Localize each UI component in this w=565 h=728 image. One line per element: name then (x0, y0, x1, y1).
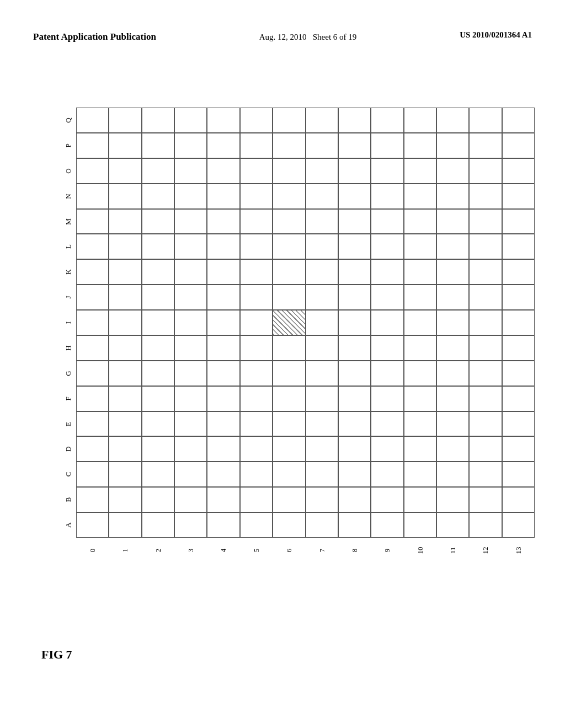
grid-cell-E-7 (306, 411, 338, 437)
grid-cell-A-5 (240, 512, 273, 538)
x-label-4: 4 (219, 534, 228, 566)
grid-cell-G-2 (142, 361, 174, 386)
grid-cell-B-9 (371, 487, 403, 512)
y-label-B: B (64, 497, 73, 502)
grid-cell-Q-7 (306, 108, 338, 133)
grid-cell-Q-10 (404, 108, 436, 133)
grid-cell-E-10 (404, 411, 436, 437)
grid-cell-B-6 (273, 487, 305, 512)
grid-cell-B-11 (436, 487, 469, 512)
grid-cell-O-8 (338, 158, 371, 184)
grid-cell-E-3 (174, 411, 207, 437)
grid-cell-L-13 (502, 234, 535, 259)
grid-cell-B-3 (174, 487, 207, 512)
grid-cell-I-13 (502, 310, 535, 335)
grid-cell-H-0 (76, 335, 109, 361)
header: Patent Application Publication Aug. 12, … (0, 30, 565, 44)
grid-cell-E-12 (469, 411, 502, 437)
grid-cell-L-12 (469, 234, 502, 259)
grid-cell-D-7 (306, 436, 338, 462)
grid-cell-O-11 (436, 158, 469, 184)
grid-cell-L-1 (109, 234, 141, 259)
y-label-O: O (64, 168, 73, 173)
grid-cell-M-11 (436, 209, 469, 234)
y-label-F: F (64, 397, 73, 400)
grid-cell-H-4 (207, 335, 239, 361)
grid-cell-L-0 (76, 234, 109, 259)
grid-cell-Q-11 (436, 108, 469, 133)
grid-cell-D-8 (338, 436, 371, 462)
y-label-D: D (64, 447, 73, 452)
grid-cell-A-11 (436, 512, 469, 538)
grid-cell-P-13 (502, 133, 535, 158)
grid-cell-G-5 (240, 361, 273, 386)
grid-cell-D-12 (469, 436, 502, 462)
grid-cell-C-10 (404, 462, 436, 487)
page: Patent Application Publication Aug. 12, … (0, 0, 565, 728)
grid-cell-E-11 (436, 411, 469, 437)
grid-cell-L-5 (240, 234, 273, 259)
grid-cell-O-12 (469, 158, 502, 184)
grid-cell-H-9 (371, 335, 403, 361)
grid-cell-A-4 (207, 512, 239, 538)
grid-cell-G-1 (109, 361, 141, 386)
grid-cell-Q-6 (273, 108, 305, 133)
grid-cell-D-5 (240, 436, 273, 462)
grid-cell-M-4 (207, 209, 239, 234)
grid-cell-K-13 (502, 259, 535, 285)
grid-cell-F-13 (502, 386, 535, 411)
grid-cell-B-4 (207, 487, 239, 512)
grid-cell-C-12 (469, 462, 502, 487)
grid-cell-K-7 (306, 259, 338, 285)
grid-cell-O-2 (142, 158, 174, 184)
grid-cell-I-0 (76, 310, 109, 335)
grid-cell-P-5 (240, 133, 273, 158)
y-label-G: G (64, 371, 73, 376)
grid-cell-P-2 (142, 133, 174, 158)
grid-cell-E-1 (109, 411, 141, 437)
grid-cell-M-1 (109, 209, 141, 234)
grid-cell-C-6 (273, 462, 305, 487)
grid-cell-K-6 (273, 259, 305, 285)
grid-cell-M-12 (469, 209, 502, 234)
y-label-A: A (64, 522, 73, 527)
x-label-11: 11 (449, 534, 457, 566)
grid-cell-F-8 (338, 386, 371, 411)
grid-cell-J-4 (207, 285, 239, 310)
grid-cell-K-4 (207, 259, 239, 285)
grid-cell-G-8 (338, 361, 371, 386)
grid-cell-I-12 (469, 310, 502, 335)
grid-cell-G-0 (76, 361, 109, 386)
grid-cell-I-7 (306, 310, 338, 335)
grid-cell-Q-4 (207, 108, 239, 133)
grid-cell-A-7 (306, 512, 338, 538)
grid-cell-N-9 (371, 184, 403, 209)
grid-cell-E-0 (76, 411, 109, 437)
grid-cell-J-12 (469, 285, 502, 310)
grid-cell-F-10 (404, 386, 436, 411)
grid-cell-C-11 (436, 462, 469, 487)
grid-cell-O-1 (109, 158, 141, 184)
grid-cell-A-8 (338, 512, 371, 538)
grid-cell-L-3 (174, 234, 207, 259)
header-date-sheet: Aug. 12, 2010 Sheet 6 of 19 (259, 30, 357, 44)
grid-cell-H-8 (338, 335, 371, 361)
grid-cell-F-0 (76, 386, 109, 411)
grid-cell-F-12 (469, 386, 502, 411)
grid-cell-L-9 (371, 234, 403, 259)
grid-cell-E-9 (371, 411, 403, 437)
grid-cell-A-2 (142, 512, 174, 538)
grid (76, 108, 535, 538)
grid-cell-K-12 (469, 259, 502, 285)
x-label-7: 7 (317, 534, 326, 566)
grid-cell-B-10 (404, 487, 436, 512)
grid-cell-N-1 (109, 184, 141, 209)
grid-cell-N-12 (469, 184, 502, 209)
grid-cell-P-3 (174, 133, 207, 158)
grid-cell-E-6 (273, 411, 305, 437)
grid-cell-P-11 (436, 133, 469, 158)
y-label-H: H (64, 345, 73, 350)
y-label-I: I (64, 322, 73, 324)
grid-cell-G-12 (469, 361, 502, 386)
grid-cell-D-2 (142, 436, 174, 462)
